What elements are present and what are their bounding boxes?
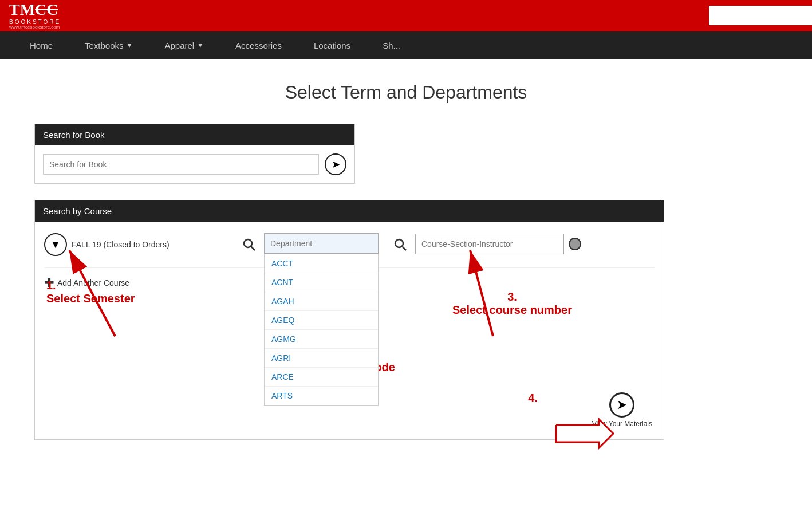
search-book-button[interactable]: ➤ [325, 153, 346, 175]
dept-item-acnt[interactable]: ACNT [265, 273, 378, 292]
search-book-arrow-icon: ➤ [332, 158, 340, 171]
course-col [390, 233, 581, 255]
radio-circle [569, 238, 581, 250]
dept-input[interactable] [264, 233, 379, 254]
dept-item-ageq[interactable]: AGEQ [265, 311, 378, 330]
nav-textbooks[interactable]: Textbooks▼ [69, 31, 148, 59]
page-title: Select Term and Departments [34, 82, 778, 103]
dept-search-icon [239, 234, 259, 255]
view-materials-row: ➤ View Your Materials [592, 392, 652, 428]
semester-dropdown-button[interactable]: ▼ [44, 233, 67, 256]
view-materials-button[interactable]: ➤ [609, 392, 634, 418]
nav-bar: Home Textbooks▼ Apparel▼ Accessories Loc… [0, 31, 812, 59]
logo-tm: TM [9, 1, 35, 19]
dept-input-wrapper: ACCT ACNT AGAH AGEQ AGMG AGRI ARCE ARTS [264, 233, 379, 254]
add-course-plus-icon: ✚ [44, 276, 54, 290]
search-book-box: Search for Book ➤ [34, 124, 355, 184]
dept-dropdown: ACCT ACNT AGAH AGEQ AGMG AGRI ARCE ARTS [264, 254, 379, 406]
svg-marker-5 [595, 429, 606, 438]
top-search-input[interactable] [709, 6, 812, 25]
nav-locations[interactable]: Locations [298, 31, 366, 59]
search-course-header: Search by Course [35, 200, 664, 222]
logo: TMCC BOOKSTORE www.tmccbookstore.com [9, 1, 61, 30]
main-content: Select Term and Departments Search for B… [0, 59, 812, 463]
view-materials-arrow-icon: ➤ [617, 397, 627, 412]
logo-cc: CC [35, 1, 58, 19]
semester-col: ▼ FALL 19 (Closed to Orders) [44, 233, 239, 256]
nav-sh[interactable]: Sh... [366, 31, 416, 59]
add-course-button[interactable]: Add Another Course [57, 278, 129, 288]
nav-apparel[interactable]: Apparel▼ [148, 31, 219, 59]
dept-item-acct[interactable]: ACCT [265, 254, 378, 273]
textbooks-caret: ▼ [127, 42, 133, 49]
dept-item-agmg[interactable]: AGMG [265, 330, 378, 349]
course-search-icon [390, 234, 411, 255]
dept-col: ACCT ACNT AGAH AGEQ AGMG AGRI ARCE ARTS [239, 233, 379, 255]
semester-label: FALL 19 (Closed to Orders) [72, 240, 170, 249]
dept-item-arts[interactable]: ARTS [265, 387, 378, 405]
search-book-input[interactable] [43, 154, 319, 175]
dept-item-agri[interactable]: AGRI [265, 349, 378, 368]
nav-home[interactable]: Home [14, 31, 69, 59]
course-row: ▼ FALL 19 (Closed to Orders) [44, 233, 655, 256]
course-input[interactable] [415, 234, 564, 254]
chevron-down-icon: ▼ [50, 239, 61, 251]
dept-item-agah[interactable]: AGAH [265, 292, 378, 311]
annotation-4: 4. [528, 392, 538, 405]
svg-line-7 [251, 247, 255, 251]
svg-point-8 [395, 239, 403, 247]
dept-item-arce[interactable]: ARCE [265, 368, 378, 387]
search-course-body: 1. Select Semester 2. Select Course Code… [35, 222, 664, 439]
view-materials-label: View Your Materials [592, 420, 652, 428]
logo-url: www.tmccbookstore.com [9, 25, 61, 30]
logo-text: TMCC [9, 1, 61, 19]
svg-line-9 [403, 247, 407, 251]
top-bar: TMCC BOOKSTORE www.tmccbookstore.com [0, 0, 812, 31]
search-book-body: ➤ [35, 145, 354, 183]
nav-accessories[interactable]: Accessories [219, 31, 298, 59]
search-book-header: Search for Book [35, 124, 354, 145]
svg-point-6 [244, 239, 252, 247]
apparel-caret: ▼ [197, 42, 203, 49]
search-course-box: Search by Course [34, 200, 664, 440]
